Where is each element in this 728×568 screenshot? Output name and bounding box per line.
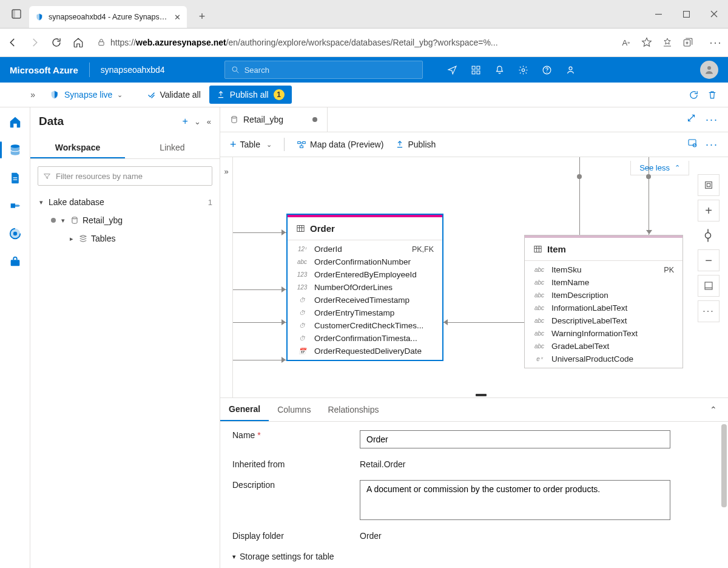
editor-more-icon[interactable]: ···: [706, 113, 718, 126]
entity-item[interactable]: Item abcItemSkuPKabcItemNameabcItemDescr…: [524, 235, 683, 368]
filter-input[interactable]: Filter resources by name: [38, 166, 212, 186]
add-icon[interactable]: +: [182, 116, 187, 127]
column-row[interactable]: abcGradeLabelText: [525, 340, 682, 353]
global-search[interactable]: Search: [224, 61, 423, 79]
column-row[interactable]: abcOrderConfirmationNumber: [288, 255, 442, 268]
synapse-live[interactable]: Synapse live ⌄: [50, 90, 123, 100]
tab-actions-icon[interactable]: [6, 4, 27, 24]
search-icon: [231, 66, 240, 74]
expand-all-icon[interactable]: ⌄: [194, 117, 201, 126]
data-panel: Data + ⌄ « Workspace Linked Filter resou…: [30, 107, 220, 568]
column-row[interactable]: abcItemName: [525, 276, 682, 289]
resources-icon[interactable]: [471, 65, 481, 75]
resize-handle[interactable]: [476, 394, 487, 396]
tab-workspace[interactable]: Workspace: [30, 138, 125, 158]
props-tab-relationships[interactable]: Relationships: [319, 399, 387, 421]
locate-icon[interactable]: [698, 225, 718, 246]
window-maximize[interactable]: [672, 0, 700, 28]
close-tab-icon[interactable]: ✕: [174, 13, 181, 22]
column-row[interactable]: abcItemSkuPK: [525, 263, 682, 276]
more-icon[interactable]: ···: [710, 36, 722, 49]
rail-manage[interactable]: [4, 251, 26, 272]
validate-all[interactable]: Validate all: [147, 90, 200, 100]
column-row[interactable]: ⏱OrderReceivedTimestamp: [288, 294, 442, 306]
editor: Retail_ybg ··· + Table ⌄ Map data (Previ…: [220, 107, 728, 568]
editor-tab-retail[interactable]: Retail_ybg: [220, 107, 328, 132]
tab-linked[interactable]: Linked: [125, 138, 220, 158]
column-row[interactable]: ⏱OrderEntryTimestamp: [288, 306, 442, 319]
window-close[interactable]: [700, 0, 728, 28]
expand-rail-icon[interactable]: »: [10, 90, 35, 100]
canvas[interactable]: See less⌃ + − ···: [233, 157, 728, 397]
gear-icon[interactable]: [518, 65, 528, 75]
rail-data[interactable]: [4, 139, 26, 161]
map-data[interactable]: Map data (Preview): [297, 140, 383, 149]
rail-integrate[interactable]: [4, 195, 26, 217]
column-row[interactable]: ⏱OrderConfirmationTimesta...: [288, 332, 442, 345]
tree-retail-db[interactable]: ▾ Retail_ybg: [38, 211, 212, 229]
publish-editor[interactable]: Publish: [396, 140, 436, 149]
canvas-expand-icon[interactable]: »: [220, 157, 233, 397]
favorites-icon[interactable]: [661, 36, 673, 49]
tree-tables[interactable]: ▸ Tables: [38, 229, 212, 248]
expand-editor-icon[interactable]: [687, 113, 696, 126]
publish-all-button[interactable]: Publish all 1: [209, 86, 292, 104]
feedback-icon[interactable]: [565, 65, 576, 75]
rail-monitor[interactable]: [4, 223, 26, 245]
column-row[interactable]: abcInformationLabelText: [525, 302, 682, 314]
props-tab-columns[interactable]: Columns: [269, 399, 319, 421]
column-row[interactable]: 12ᶦOrderIdPK,FK: [288, 243, 442, 255]
description-input[interactable]: [360, 480, 670, 520]
back-button[interactable]: [6, 36, 19, 49]
zoom-out-icon[interactable]: −: [698, 249, 720, 271]
collapse-panel-icon[interactable]: «: [207, 117, 211, 126]
col-name: OrderEntryTimestamp: [314, 308, 394, 317]
editor-toolbar-more-icon[interactable]: ···: [706, 138, 718, 151]
column-row[interactable]: abcWarningInformationText: [525, 327, 682, 340]
col-type-icon: ⏱: [296, 309, 308, 316]
fit-icon[interactable]: [698, 174, 720, 196]
canvas-more-icon[interactable]: ···: [698, 300, 720, 322]
refresh-icon[interactable]: [689, 90, 699, 100]
notifications-icon[interactable]: [494, 65, 505, 75]
see-less[interactable]: See less⌃: [630, 161, 689, 175]
workspace-name[interactable]: synapseoahxbd4: [101, 65, 165, 75]
storage-settings-header[interactable]: ▾ Storage settings for table: [232, 552, 716, 561]
column-row[interactable]: ⏱CustomerCreditCheckTimes...: [288, 319, 442, 332]
rail-home[interactable]: [4, 111, 26, 133]
column-row[interactable]: 📅OrderRequestedDeliveryDate: [288, 345, 442, 357]
chevron-down-icon: ⌄: [117, 91, 123, 99]
scrollbar[interactable]: [721, 424, 727, 507]
rail-develop[interactable]: [4, 167, 26, 189]
window-minimize[interactable]: [644, 0, 672, 28]
column-row[interactable]: abcItemDescription: [525, 289, 682, 302]
name-input[interactable]: [360, 430, 670, 448]
zoom-in-icon[interactable]: +: [698, 200, 720, 221]
send-icon[interactable]: [447, 65, 457, 75]
props-tab-general[interactable]: General: [220, 398, 269, 421]
url-field[interactable]: https://web.azuresynapse.net/en/authorin…: [93, 32, 612, 53]
azure-brand[interactable]: Microsoft Azure: [10, 65, 78, 75]
collections-icon[interactable]: [682, 36, 694, 49]
new-tab-button[interactable]: +: [193, 7, 211, 25]
settings-editor-icon[interactable]: [687, 138, 697, 151]
avatar[interactable]: [700, 61, 718, 79]
collapse-props-icon[interactable]: ⌃: [710, 405, 728, 414]
refresh-button[interactable]: [50, 36, 63, 49]
entity-order[interactable]: Order 12ᶦOrderIdPK,FKabcOrderConfirmatio…: [286, 214, 443, 361]
reader-icon[interactable]: A»: [620, 36, 632, 49]
delete-icon[interactable]: [707, 90, 717, 100]
home-button[interactable]: [72, 36, 85, 49]
add-table[interactable]: + Table ⌄: [230, 138, 272, 151]
column-row[interactable]: eˣUniversalProductCode: [525, 353, 682, 365]
help-icon[interactable]: [542, 65, 552, 75]
layout-icon[interactable]: [698, 275, 720, 297]
star-icon[interactable]: [641, 36, 653, 49]
address-bar: https://web.azuresynapse.net/en/authorin…: [0, 29, 728, 57]
tree-lake-database[interactable]: ▾ Lake database 1: [38, 193, 212, 211]
column-row[interactable]: 123NumberOfOrderLines: [288, 281, 442, 294]
forward-button[interactable]: [28, 36, 41, 49]
column-row[interactable]: abcDescriptiveLabelText: [525, 314, 682, 327]
browser-tab[interactable]: synapseoahxbd4 - Azure Synaps… ✕: [29, 6, 187, 28]
column-row[interactable]: 123OrderEnteredByEmployeeId: [288, 268, 442, 281]
